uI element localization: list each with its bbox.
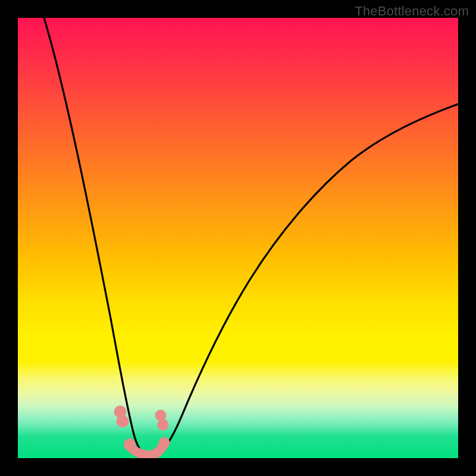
watermark-text: TheBottleneck.com [355,4,469,19]
bottleneck-curve [44,18,458,453]
svg-point-1 [117,415,129,427]
plot-area [18,18,458,458]
chart-frame: TheBottleneck.com [0,0,476,476]
highlight-dots [114,406,170,455]
curve-layer [18,18,458,458]
svg-point-5 [159,437,170,448]
svg-point-2 [155,410,166,421]
svg-point-3 [158,419,168,430]
svg-point-4 [124,439,135,449]
